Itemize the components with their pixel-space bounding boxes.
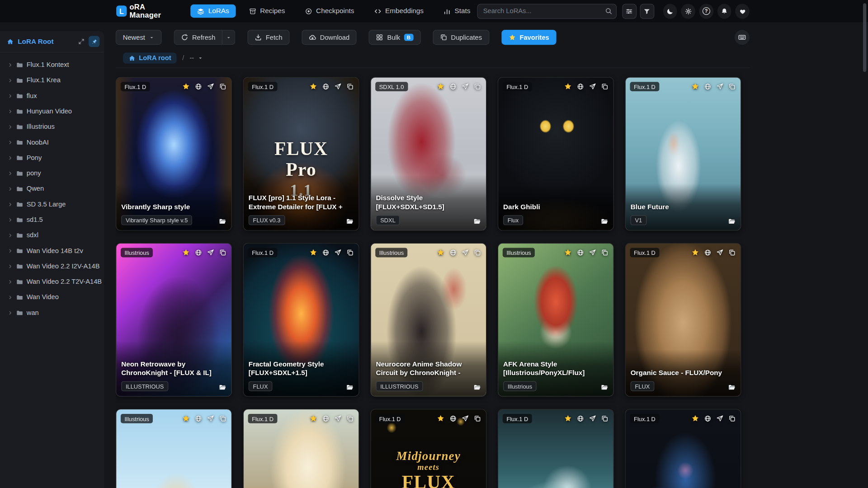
civitai-globe-icon[interactable] (322, 83, 330, 90)
folder-item[interactable]: sdxl (0, 227, 104, 243)
copy-icon[interactable] (347, 83, 354, 90)
send-icon[interactable] (716, 415, 723, 422)
send-icon[interactable] (207, 415, 214, 422)
favorite-star-icon[interactable] (182, 414, 190, 422)
refresh-button[interactable]: Refresh (174, 30, 223, 45)
civitai-globe-icon[interactable] (449, 415, 457, 422)
notifications-button[interactable] (717, 4, 731, 19)
favorite-star-icon[interactable] (437, 249, 444, 256)
copy-icon[interactable] (219, 415, 226, 422)
app-logo[interactable]: L oRA Manager (116, 3, 176, 19)
folder-item[interactable]: Pony (0, 150, 104, 165)
copy-icon[interactable] (728, 249, 736, 256)
favorite-star-icon[interactable] (437, 414, 444, 422)
sort-select[interactable]: Newest (116, 30, 162, 45)
send-icon[interactable] (207, 249, 214, 256)
help-button[interactable]: ? (699, 4, 713, 19)
copy-icon[interactable] (728, 83, 736, 90)
copy-icon[interactable] (601, 415, 609, 422)
open-folder-icon[interactable] (728, 217, 736, 225)
favorite-star-icon[interactable] (309, 249, 317, 256)
folder-item[interactable]: Wan Video 2.2 I2V-A14B (0, 258, 104, 274)
favorites-heart-button[interactable] (736, 4, 750, 19)
send-icon[interactable] (462, 415, 469, 422)
favorite-star-icon[interactable] (564, 414, 572, 422)
favorite-star-icon[interactable] (691, 249, 699, 256)
open-folder-icon[interactable] (219, 384, 226, 391)
settings-button[interactable] (681, 4, 695, 19)
filter-funnel-button[interactable] (640, 4, 654, 19)
civitai-globe-icon[interactable] (577, 415, 584, 422)
send-icon[interactable] (589, 415, 596, 422)
theme-toggle-button[interactable] (663, 4, 677, 19)
folder-item[interactable]: Wan Video 2.2 T2V-A14B (0, 274, 104, 289)
send-icon[interactable] (462, 83, 469, 90)
send-icon[interactable] (589, 83, 596, 90)
lora-card[interactable]: Flux.1 D (243, 409, 359, 488)
civitai-globe-icon[interactable] (704, 249, 712, 256)
download-button[interactable]: Download (302, 30, 357, 45)
refresh-menu-button[interactable] (222, 30, 235, 45)
lora-card[interactable]: SDXL 1.0Dissolve Style [FLUX+SDXL+SD1.5]… (370, 77, 486, 230)
lora-card[interactable]: Flux.1 DDark GhibliFlux (498, 77, 614, 230)
send-icon[interactable] (207, 83, 214, 90)
lora-card[interactable]: Flux.1 DFractal Geometry Style [FLUX+SDX… (243, 243, 359, 397)
folder-item[interactable]: sd1.5 (0, 212, 104, 227)
favorites-filter-button[interactable]: Favorites (501, 30, 557, 45)
copy-icon[interactable] (347, 249, 354, 256)
copy-icon[interactable] (219, 83, 226, 90)
send-icon[interactable] (335, 83, 342, 90)
favorite-star-icon[interactable] (437, 82, 444, 90)
lora-card[interactable]: IllustriousNeon Retrowave by ChronoKnigh… (116, 243, 232, 397)
folder-item[interactable]: Hunyuan Video (0, 103, 104, 119)
favorite-star-icon[interactable] (564, 82, 572, 90)
breadcrumb-root[interactable]: LoRA root (123, 52, 177, 63)
copy-icon[interactable] (728, 415, 736, 422)
favorite-star-icon[interactable] (564, 249, 572, 256)
civitai-globe-icon[interactable] (449, 83, 457, 90)
civitai-globe-icon[interactable] (704, 83, 712, 90)
nav-item-recipes[interactable]: Recipes (242, 5, 292, 18)
send-icon[interactable] (462, 249, 469, 256)
open-folder-icon[interactable] (601, 384, 609, 391)
send-icon[interactable] (716, 83, 723, 90)
civitai-globe-icon[interactable] (322, 415, 330, 422)
sidebar-root-label[interactable]: LoRA Root (18, 38, 74, 45)
folder-item[interactable]: Wan Video 14B t2v (0, 243, 104, 258)
pin-sidebar-button[interactable] (89, 36, 99, 47)
favorite-star-icon[interactable] (691, 82, 699, 90)
favorite-star-icon[interactable] (309, 82, 317, 90)
lora-card[interactable]: MidjourneymeetsFLUXFlux.1 D (370, 409, 486, 488)
civitai-globe-icon[interactable] (195, 415, 202, 422)
folder-item[interactable]: wan (0, 305, 104, 320)
duplicates-button[interactable]: Duplicates (433, 30, 489, 45)
send-icon[interactable] (716, 249, 723, 256)
open-folder-icon[interactable] (473, 217, 481, 225)
favorite-star-icon[interactable] (182, 249, 190, 256)
send-icon[interactable] (335, 249, 342, 256)
folder-item[interactable]: Flux.1 Krea (0, 72, 104, 88)
civitai-globe-icon[interactable] (195, 83, 202, 90)
lora-card[interactable]: Flux.1 D (625, 409, 741, 488)
keyboard-shortcuts-button[interactable] (735, 30, 750, 45)
lora-card[interactable]: FLUXPro1.1Flux.1 DFLUX [pro] 1.1 Style L… (243, 77, 359, 230)
folder-item[interactable]: Qwen (0, 181, 104, 196)
lora-card[interactable]: Flux.1 DVibrantly Sharp styleVibrantly S… (116, 77, 232, 230)
expand-all-icon[interactable] (78, 38, 85, 45)
lora-card[interactable]: Flux.1 DOrganic Sauce - FLUX/PonyFLUX (625, 243, 741, 397)
breadcrumb-current[interactable]: -- (189, 54, 203, 62)
favorite-star-icon[interactable] (691, 414, 699, 422)
nav-item-loras[interactable]: LoRAs (191, 5, 236, 18)
open-folder-icon[interactable] (346, 384, 354, 391)
copy-icon[interactable] (474, 415, 481, 422)
favorite-star-icon[interactable] (182, 82, 190, 90)
open-folder-icon[interactable] (728, 384, 736, 391)
send-icon[interactable] (335, 415, 342, 422)
fetch-button[interactable]: Fetch (247, 30, 289, 45)
civitai-globe-icon[interactable] (577, 83, 584, 90)
lora-card[interactable]: Flux.1 DBlue FutureV1 (625, 77, 741, 230)
folder-item[interactable]: pony (0, 165, 104, 181)
copy-icon[interactable] (601, 249, 609, 256)
folder-item[interactable]: Wan Video (0, 289, 104, 305)
lora-card[interactable]: IllustriousNeurocore Anime Shadow Circui… (370, 243, 486, 397)
